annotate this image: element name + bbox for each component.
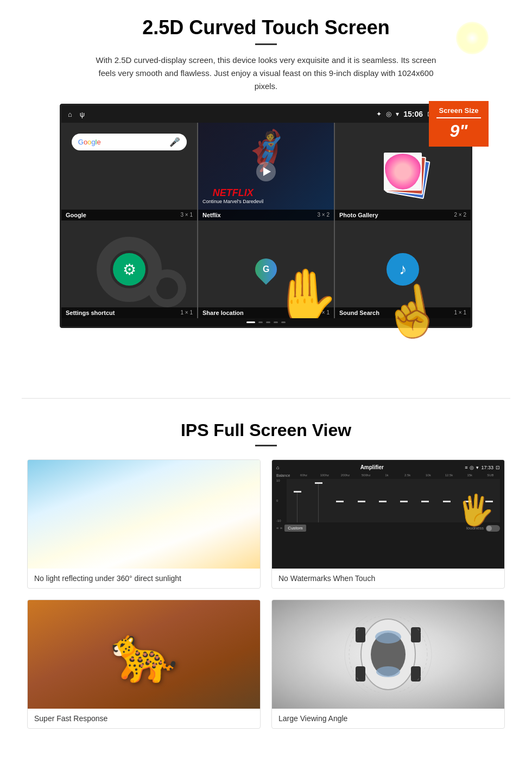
settings-bg xyxy=(61,220,197,318)
photo-label: Photo Gallery 2 × 2 xyxy=(335,210,471,220)
eq-area: 🖐 xyxy=(287,479,500,522)
svg-rect-5 xyxy=(411,627,421,642)
feature-card-cheetah: 🐆 Super Fast Response xyxy=(27,600,261,729)
photo-flower xyxy=(385,154,421,190)
svg-point-3 xyxy=(376,666,400,677)
status-left: ⌂ ψ xyxy=(68,110,85,118)
share-inner: G 🤚 xyxy=(198,220,334,318)
badge-size: 9" xyxy=(436,121,481,141)
netflix-subtitle: Continue Marvel's Daredevil xyxy=(202,199,263,204)
netflix-size: 3 × 2 xyxy=(317,212,330,218)
app-cell-settings[interactable]: ⚙ Settings shortcut 1 × 1 xyxy=(61,220,197,318)
eq-y-labels: 10 0 -10 xyxy=(276,479,285,522)
svg-rect-7 xyxy=(411,666,421,682)
feature-card-sunlight: No light reflecting under 360° direct su… xyxy=(27,459,261,589)
section-curved-screen: 2.5D Curved Touch Screen With 2.5D curve… xyxy=(0,0,532,382)
eq-slider-2 xyxy=(308,479,329,522)
sound-size: 1 × 1 xyxy=(454,310,466,316)
status-bar: ⌂ ψ ✦ ◎ ▾ 15:06 ⊡ ◁) ⊠ ▭ xyxy=(61,105,471,123)
section2-title: IPS Full Screen View xyxy=(27,420,505,440)
badge-divider xyxy=(436,117,481,118)
eq-sliders: 10 0 -10 xyxy=(276,479,500,522)
section1-description: With 2.5D curved-display screen, this de… xyxy=(90,54,442,93)
bg-circle-small xyxy=(148,269,186,307)
section2-underline xyxy=(255,445,277,446)
bluetooth-icon: ✦ xyxy=(376,110,382,118)
svg-rect-6 xyxy=(356,666,365,682)
sunlight-caption: No light reflecting under 360° direct su… xyxy=(28,569,260,588)
title-underline xyxy=(255,43,277,45)
feature-image-amplifier: ⌂ Amplifier ≡ ◎ ▾ 17:33 ⊡ Balance 60hz 1… xyxy=(272,460,504,569)
feature-card-car: Large Viewing Angle xyxy=(271,600,505,729)
netflix-label: Netflix 3 × 2 xyxy=(198,210,334,220)
amp-title: Amplifier xyxy=(360,464,384,470)
section1-title: 2.5D Curved Touch Screen xyxy=(33,16,499,39)
amp-header: ⌂ Amplifier ≡ ◎ ▾ 17:33 ⊡ xyxy=(276,464,500,470)
screen-size-badge: Screen Size 9" xyxy=(429,101,489,147)
netflix-logo: NETFLIX xyxy=(202,187,263,199)
status-time: 15:06 xyxy=(403,110,423,118)
google-search-bar[interactable]: Google 🎤 xyxy=(72,134,187,150)
feature-image-cheetah: 🐆 xyxy=(28,600,260,709)
sound-icon-circle: ♪ xyxy=(387,253,419,286)
photo-card-3 xyxy=(384,153,422,191)
settings-size: 1 × 1 xyxy=(180,310,193,316)
google-name: Google xyxy=(66,212,86,218)
play-button[interactable] xyxy=(256,162,276,181)
netflix-inner: 🦸 NETFLIX Continue Marvel's Daredevil xyxy=(198,123,334,220)
badge-title: Screen Size xyxy=(436,106,481,115)
svg-point-2 xyxy=(375,630,401,644)
google-logo: Google xyxy=(78,138,101,146)
music-note-icon: ♪ xyxy=(399,261,407,278)
feature-image-sunlight xyxy=(28,460,260,569)
cheetah-emoji: 🐆 xyxy=(110,622,178,686)
svg-rect-4 xyxy=(356,627,365,642)
amplifier-caption: No Watermarks When Touch xyxy=(272,569,504,588)
location-icon: ◎ xyxy=(386,110,391,118)
netflix-overlay: NETFLIX Continue Marvel's Daredevil xyxy=(202,187,263,204)
settings-inner: ⚙ xyxy=(61,220,197,318)
usb-icon: ψ xyxy=(80,110,85,118)
car-svg xyxy=(339,616,437,692)
amp-icons: ≡ ◎ ▾ 17:33 ⊡ xyxy=(465,465,500,470)
feature-image-car xyxy=(272,600,504,709)
photo-name: Photo Gallery xyxy=(339,212,378,218)
app-cell-netflix[interactable]: 🦸 NETFLIX Continue Marvel's Daredevil Ne… xyxy=(198,123,334,220)
photo-stack xyxy=(381,150,425,193)
play-icon xyxy=(263,167,271,176)
app-grid-row1: Google 🎤 Google 3 × 1 xyxy=(61,123,471,220)
section-divider xyxy=(22,398,510,399)
car-caption: Large Viewing Angle xyxy=(272,709,504,728)
amp-home: ⌂ xyxy=(276,465,279,470)
cheetah-caption: Super Fast Response xyxy=(28,709,260,728)
app-cell-share[interactable]: G 🤚 Share location 1 × 1 xyxy=(198,220,334,318)
google-label: Google 3 × 1 xyxy=(61,210,197,220)
eq-slider-1 xyxy=(287,479,308,522)
mic-icon[interactable]: 🎤 xyxy=(169,137,180,147)
google-size: 3 × 1 xyxy=(180,212,193,218)
app-cell-google[interactable]: Google 🎤 Google 3 × 1 xyxy=(61,123,197,220)
feature-card-amplifier: ⌂ Amplifier ≡ ◎ ▾ 17:33 ⊡ Balance 60hz 1… xyxy=(271,459,505,589)
settings-label: Settings shortcut 1 × 1 xyxy=(61,307,197,318)
wifi-icon: ▾ xyxy=(396,110,399,118)
amp-freq-labels: Balance 60hz 100hz 200hz 500hz 1k 2.5k 1… xyxy=(276,474,500,477)
hand-eq: 🖐 xyxy=(457,493,495,528)
home-icon: ⌂ xyxy=(68,110,72,118)
photo-size: 2 × 2 xyxy=(454,212,466,218)
feature-grid: No light reflecting under 360° direct su… xyxy=(27,459,505,729)
hand-touch: 🤚 xyxy=(271,265,334,318)
netflix-name: Netflix xyxy=(202,212,221,218)
google-inner: Google 🎤 xyxy=(61,123,197,220)
settings-name: Settings shortcut xyxy=(66,310,115,316)
section-ips: IPS Full Screen View No light reflecting… xyxy=(0,415,532,745)
